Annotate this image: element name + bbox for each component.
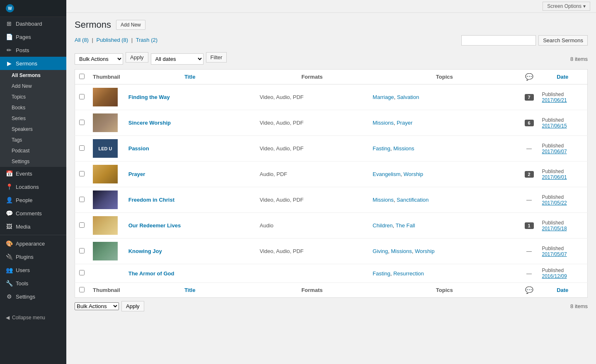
sidebar-item-dashboard[interactable]: ⊞ Dashboard	[0, 17, 66, 30]
topic-link[interactable]: Missions	[373, 197, 394, 203]
sermon-date[interactable]: 2017/06/07	[542, 149, 584, 154]
row-checkbox[interactable]	[79, 171, 85, 176]
row-checkbox[interactable]	[79, 197, 85, 202]
topic-link[interactable]: Marriage	[373, 94, 394, 100]
table-row: The Armor of GodFasting, Resurrection—Pu…	[75, 264, 588, 283]
sermon-date[interactable]: 2017/06/01	[542, 174, 584, 180]
sidebar-item-posts[interactable]: ✏ Posts	[0, 43, 66, 57]
users-icon: 👥	[6, 267, 12, 273]
row-title-cell: Our Redeemer Lives	[124, 213, 256, 239]
sermon-title-link[interactable]: Prayer	[128, 171, 145, 177]
title-footer[interactable]: Title	[124, 283, 256, 298]
sermon-title-link[interactable]: Knowing Joy	[128, 248, 162, 254]
sidebar-item-plugins[interactable]: 🔌 Plugins	[0, 250, 66, 263]
sermon-title-link[interactable]: Finding the Way	[128, 94, 170, 100]
row-checkbox[interactable]	[79, 222, 85, 228]
filter-all-link[interactable]: All (8)	[75, 37, 89, 43]
sermon-title-link[interactable]: Passion	[128, 145, 149, 152]
submenu-series[interactable]: Series	[0, 113, 66, 124]
topic-link[interactable]: The Fall	[396, 222, 415, 229]
sermon-title-link[interactable]: The Armor of God	[128, 270, 174, 277]
comment-badge[interactable]: 6	[525, 120, 534, 126]
sermon-date[interactable]: 2017/05/18	[542, 226, 584, 231]
comment-badge[interactable]: 1	[525, 222, 534, 229]
topic-link[interactable]: Missions	[391, 248, 412, 254]
row-checkbox[interactable]	[79, 270, 85, 275]
filter-published-link[interactable]: Published (8)	[97, 37, 128, 43]
sermon-title-link[interactable]: Freedom in Christ	[128, 197, 174, 203]
row-checkbox[interactable]	[79, 120, 85, 125]
collapse-arrow-icon: ◀	[6, 315, 10, 321]
sermon-title-link[interactable]: Our Redeemer Lives	[128, 222, 181, 229]
sidebar-item-locations[interactable]: 📍 Locations	[0, 180, 66, 193]
sermon-date[interactable]: 2017/05/22	[542, 200, 584, 206]
title-header[interactable]: Title	[124, 70, 256, 84]
row-comments-cell: 1	[521, 213, 538, 239]
search-sermons-button[interactable]: Search Sermons	[538, 35, 588, 46]
row-formats-cell: Video, Audio, PDF	[256, 84, 369, 110]
topic-link[interactable]: Prayer	[397, 120, 412, 126]
submenu-podcast[interactable]: Podcast	[0, 145, 66, 156]
sidebar-item-people[interactable]: 👤 People	[0, 193, 66, 207]
sermons-icon: ▶	[6, 60, 12, 67]
row-topics-cell: Fasting, Missions	[368, 136, 520, 162]
apply-button-bottom[interactable]: Apply	[121, 301, 144, 311]
topic-link[interactable]: Giving	[373, 248, 388, 254]
add-new-button[interactable]: Add New	[116, 20, 145, 30]
screen-options-button[interactable]: Screen Options ▾	[543, 2, 590, 11]
submenu-topics[interactable]: Topics	[0, 92, 66, 102]
submenu-add-new[interactable]: Add New	[0, 81, 66, 92]
sidebar-item-events[interactable]: 📅 Events	[0, 167, 66, 180]
sidebar-item-media[interactable]: 🖼 Media	[0, 220, 66, 233]
topic-link[interactable]: Salvation	[397, 94, 419, 100]
topic-link[interactable]: Missions	[393, 145, 414, 152]
row-comments-cell: —	[521, 239, 538, 264]
sidebar-item-comments[interactable]: 💬 Comments	[0, 207, 66, 220]
row-checkbox[interactable]	[79, 248, 85, 253]
sidebar-item-sermons[interactable]: ▶ Sermons	[0, 57, 66, 70]
topic-link[interactable]: Fasting	[373, 145, 390, 152]
sermon-date[interactable]: 2017/06/21	[542, 97, 584, 103]
topic-link[interactable]: Children	[373, 222, 392, 229]
date-footer[interactable]: Date	[538, 283, 588, 298]
sermon-title-link[interactable]: Sincere Worship	[128, 120, 171, 126]
topic-link[interactable]: Worship	[415, 248, 434, 254]
row-checkbox[interactable]	[79, 94, 85, 99]
comment-badge[interactable]: 7	[525, 94, 534, 101]
sidebar-item-settings[interactable]: ⚙ Settings	[0, 290, 66, 303]
row-checkbox[interactable]	[79, 145, 85, 151]
submenu-settings[interactable]: Settings	[0, 156, 66, 167]
sidebar-item-pages[interactable]: 📄 Pages	[0, 30, 66, 43]
sermon-status: Published	[542, 169, 584, 174]
row-topics-cell: Giving, Missions, Worship	[368, 239, 520, 264]
submenu-all-sermons[interactable]: All Sermons	[0, 70, 66, 81]
topic-link[interactable]: Worship	[404, 171, 423, 177]
sidebar-item-appearance[interactable]: 🎨 Appearance	[0, 237, 66, 250]
sermon-date[interactable]: 2016/12/09	[542, 273, 584, 279]
topic-link[interactable]: Sanctification	[397, 197, 429, 203]
apply-button-top[interactable]: Apply	[126, 52, 148, 63]
select-all-checkbox[interactable]	[79, 74, 85, 79]
sidebar-item-users[interactable]: 👥 Users	[0, 263, 66, 277]
comment-badge[interactable]: 2	[525, 171, 534, 178]
submenu-tags[interactable]: Tags	[0, 135, 66, 145]
search-input[interactable]	[461, 35, 536, 46]
collapse-menu-button[interactable]: ◀ Collapse menu	[0, 311, 66, 324]
date-header[interactable]: Date	[538, 70, 588, 84]
filter-button[interactable]: Filter	[206, 52, 227, 63]
submenu-speakers[interactable]: Speakers	[0, 124, 66, 135]
topic-link[interactable]: Evangelism	[373, 171, 400, 177]
sidebar-item-tools[interactable]: 🔧 Tools	[0, 277, 66, 290]
bulk-actions-select-bottom[interactable]: Bulk Actions Edit Move to Trash	[75, 302, 119, 310]
dates-select[interactable]: All dates June 2017 May 2017 December 20…	[151, 53, 204, 65]
sermon-date[interactable]: 2017/05/07	[542, 251, 584, 257]
sermon-date[interactable]: 2017/06/15	[542, 123, 584, 129]
topic-link[interactable]: Missions	[373, 120, 394, 126]
bulk-actions-select[interactable]: Bulk Actions Edit Move to Trash	[75, 53, 123, 65]
filter-trash-link[interactable]: Trash (2)	[136, 37, 157, 43]
submenu-books[interactable]: Books	[0, 102, 66, 113]
row-thumbnail-cell	[89, 110, 124, 136]
topic-link[interactable]: Resurrection	[393, 270, 424, 277]
select-all-checkbox-footer[interactable]	[79, 287, 85, 292]
topic-link[interactable]: Fasting	[373, 270, 390, 277]
